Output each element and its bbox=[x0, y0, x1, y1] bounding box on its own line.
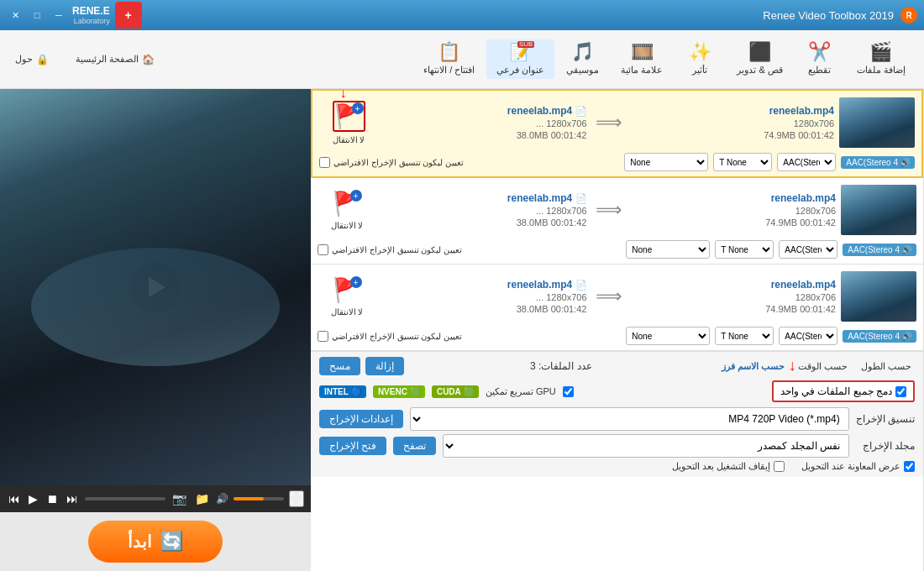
transition-label-3: لا الانتقال bbox=[331, 307, 364, 317]
arrow-1: ⟹ bbox=[592, 112, 626, 134]
sort-by-time[interactable]: حسب الوقت bbox=[795, 359, 851, 374]
default-format-check-2[interactable] bbox=[318, 244, 328, 255]
output-format-label: تنسيق الإخراج bbox=[856, 413, 915, 425]
clear-button[interactable]: مسح bbox=[319, 357, 360, 375]
preview-reflection bbox=[31, 248, 280, 367]
audio-icon-2: 🔊 bbox=[901, 245, 911, 254]
transition-area-3: 🚩 + لا الانتقال bbox=[318, 276, 376, 317]
output-res-3: 1280x706 ... bbox=[381, 292, 587, 302]
sort-by-name[interactable]: حسب الاسم فرز bbox=[718, 359, 788, 374]
audio-btn-2[interactable]: 🔊 AAC(Stereo 4 bbox=[843, 244, 916, 256]
bottom-row3: تنسيق الإخراج MP4 720P Video (*.mp4) إعد… bbox=[319, 407, 915, 431]
audio-select-1[interactable]: AAC(Stereo 4 bbox=[777, 153, 836, 171]
merge-checkbox-input[interactable] bbox=[895, 386, 906, 397]
preview-panel: ⏮ ▶ ⏹ ⏭ 📷 📁 🔊 ⛶ 🔄 ابدأ bbox=[0, 89, 311, 571]
transition-btn-3[interactable]: 🚩 + bbox=[333, 276, 362, 304]
audio-btn-3[interactable]: 🔊 AAC(Stereo 4 bbox=[843, 330, 916, 343]
main-content: reneelab.mp4 1280x706 00:01:42 74.9MB ⟹ … bbox=[0, 89, 924, 571]
output-name-3: 📄 reneelab.mp4 bbox=[381, 279, 587, 291]
filter-btn-2[interactable]: T None bbox=[715, 240, 774, 259]
merge-checkbox-box: دمج جميع الملفات في واحد bbox=[772, 380, 915, 402]
toolbar-item-watermark[interactable]: 🎞️ علامة مائية bbox=[611, 39, 673, 79]
volume-icon: 🔊 bbox=[216, 493, 228, 505]
file-row-1: reneelab.mp4 1280x706 00:01:42 74.9MB ⟹ … bbox=[311, 89, 923, 178]
stop-after-input[interactable] bbox=[774, 461, 785, 472]
bottom-row5: عرض المعاونة عند التحويل إيقاف التشغيل ب… bbox=[319, 461, 915, 472]
filter-select-2[interactable]: None bbox=[626, 240, 710, 259]
browse-button[interactable]: تصفح bbox=[393, 437, 436, 455]
toolbar-item-subtitle[interactable]: 📝 SUB عنوان فرعي bbox=[486, 39, 554, 79]
play-pause-button[interactable]: ▶ bbox=[27, 490, 39, 507]
filter-select-1[interactable]: None bbox=[624, 153, 708, 171]
default-format-check-3[interactable] bbox=[318, 331, 328, 342]
toolbar-item-add-files[interactable]: 🎬 إضافة ملفات bbox=[847, 39, 916, 79]
camera-button[interactable]: 📷 bbox=[171, 490, 188, 507]
folder-button[interactable]: 📁 bbox=[193, 490, 211, 507]
transition-btn-2[interactable]: 🚩 + bbox=[333, 190, 362, 217]
gpu-checkbox[interactable] bbox=[563, 386, 574, 397]
sort-by-duration[interactable]: حسب الطول bbox=[858, 359, 915, 374]
audio-select-2[interactable]: AAC(Stereo 4 bbox=[779, 240, 837, 259]
filter-btn-1[interactable]: T None bbox=[713, 153, 772, 171]
file-row-2: reneelab.mp4 1280x706 00:01:42 74.9MB ⟹ … bbox=[311, 178, 923, 265]
show-progress-checkbox: عرض المعاونة عند التحويل bbox=[801, 461, 915, 472]
toolbar-right: 🏠 الصفحة الرئيسية 🔒 حول bbox=[8, 50, 161, 69]
file-rows-container: reneelab.mp4 1280x706 00:01:42 74.9MB ⟹ … bbox=[311, 89, 923, 351]
default-checkbox-row-3: تعيين ليكون تنسيق الإخراج الافتراضي bbox=[318, 331, 621, 342]
filter-btn-3[interactable]: T None bbox=[715, 327, 774, 345]
maximize-button[interactable]: □ bbox=[29, 7, 45, 24]
nav-about[interactable]: 🔒 حول bbox=[8, 50, 55, 69]
skip-back-button[interactable]: ⏮ bbox=[7, 490, 22, 507]
file-thumb-1 bbox=[839, 97, 915, 148]
start-label: ابدأ bbox=[128, 532, 152, 552]
file-duration-2: 00:01:42 74.9MB bbox=[631, 217, 837, 228]
fullscreen-button[interactable]: ⛶ bbox=[289, 490, 304, 507]
start-area: 🔄 ابدأ bbox=[0, 512, 311, 571]
remove-button[interactable]: إزالة bbox=[365, 357, 404, 375]
row-3-bottom: 🔊 AAC(Stereo 4 AAC(Stereo 4 T None None … bbox=[311, 325, 923, 350]
settings-button[interactable]: إعدادات الإخراج bbox=[319, 410, 403, 428]
toolbar-item-open-close[interactable]: 📋 افتتاح / الانتهاء bbox=[413, 39, 485, 79]
transition-box-1[interactable]: 🚩 + ↓ bbox=[333, 101, 365, 132]
skip-forward-button[interactable]: ⏭ bbox=[65, 490, 80, 507]
file-name-2: reneelab.mp4 bbox=[631, 192, 837, 204]
sort-buttons: حسب الطول حسب الوقت حسب الاسم فرز bbox=[718, 359, 915, 374]
nav-home[interactable]: 🏠 الصفحة الرئيسية bbox=[69, 50, 161, 69]
toolbar-label-crop-rotate: قص & تدوير bbox=[737, 65, 782, 76]
toolbar-item-effect[interactable]: ✨ تأثير bbox=[675, 39, 725, 79]
toolbar-label-cut: تقطيع bbox=[808, 65, 831, 76]
output-folder-select[interactable]: نفس المجلد كمصدر bbox=[443, 434, 849, 458]
refresh-icon: 🔄 bbox=[160, 531, 183, 553]
output-res-2: 1280x706 ... bbox=[381, 206, 587, 216]
transition-label-2: لا الانتقال bbox=[331, 221, 364, 230]
audio-select-3[interactable]: AAC(Stereo 4 bbox=[779, 327, 837, 345]
file-row-3: reneelab.mp4 1280x706 00:01:42 74.9MB ⟹ … bbox=[311, 265, 923, 351]
progress-bar[interactable] bbox=[85, 497, 165, 500]
output-format-select[interactable]: MP4 720P Video (*.mp4) bbox=[410, 407, 848, 431]
toolbar-item-crop-rotate[interactable]: ⬛ قص & تدوير bbox=[727, 39, 792, 79]
title-bar: R Renee Video Toolbox 2019 + RENE.E Labo… bbox=[0, 0, 924, 30]
subtitle-icon: 📝 SUB bbox=[510, 43, 531, 61]
open-output-button[interactable]: فتح الإخراج bbox=[319, 437, 386, 455]
toolbar-item-cut[interactable]: ✂️ تقطيع bbox=[795, 39, 845, 79]
toolbar: 📋 افتتاح / الانتهاء 📝 SUB عنوان فرعي 🎵 م… bbox=[0, 30, 924, 89]
audio-btn-1[interactable]: 🔊 AAC(Stereo 4 bbox=[841, 156, 915, 169]
show-progress-input[interactable] bbox=[904, 461, 915, 472]
toolbar-items: 📋 افتتاح / الانتهاء 📝 SUB عنوان فرعي 🎵 م… bbox=[413, 39, 916, 79]
start-button[interactable]: 🔄 ابدأ bbox=[88, 521, 223, 563]
close-button[interactable]: ✕ bbox=[7, 7, 24, 24]
toolbar-label-music: موسيقي bbox=[566, 65, 599, 76]
toolbar-item-music[interactable]: 🎵 موسيقي bbox=[556, 39, 609, 79]
minimize-button[interactable]: ─ bbox=[50, 7, 67, 24]
volume-slider[interactable] bbox=[234, 497, 284, 500]
default-format-check-1[interactable] bbox=[319, 157, 330, 168]
filter-select-3[interactable]: None bbox=[626, 327, 710, 345]
arrow-right-icon-2: ⟹ bbox=[596, 199, 622, 221]
home-icon: 🏠 bbox=[142, 54, 155, 65]
arrow-2: ⟹ bbox=[592, 199, 626, 221]
logo-main: RENE.E bbox=[72, 5, 110, 17]
default-format-label-3: تعيين ليكون تنسيق الإخراج الافتراضي bbox=[332, 332, 462, 341]
default-format-label-1: تعيين ليكون تنسيق الإخراج الافتراضي bbox=[333, 158, 464, 167]
stop-button[interactable]: ⏹ bbox=[45, 490, 60, 507]
file-info-2: reneelab.mp4 1280x706 00:01:42 74.9MB bbox=[631, 192, 837, 228]
